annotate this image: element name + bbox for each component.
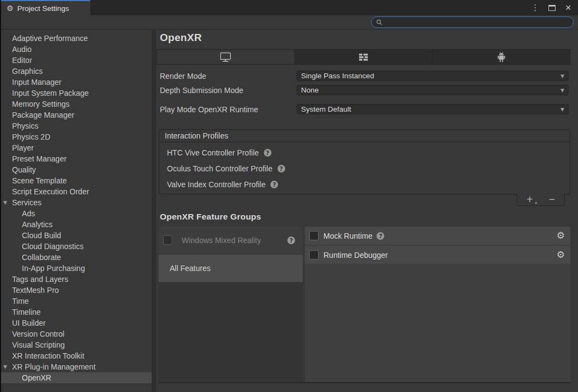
dropdown-value: Single Pass Instanced — [301, 72, 374, 80]
sidebar-item-editor[interactable]: ▼ Editor — [0, 55, 152, 66]
titlebar: ⚙ Project Settings ⋮ ✕ — [0, 0, 578, 15]
maximize-icon[interactable] — [548, 5, 556, 11]
render-mode-dropdown[interactable]: Single Pass Instanced ▼ — [297, 71, 569, 81]
search-input[interactable] — [386, 19, 569, 26]
sidebar-item-label: Physics — [12, 122, 38, 130]
sidebar-item-label: Timeline — [12, 308, 41, 316]
dropdown-arrow-icon: ▼ — [560, 107, 564, 112]
help-icon[interactable]: ? — [287, 237, 295, 244]
remove-profile-button[interactable]: − — [548, 195, 556, 204]
sidebar-item-visual-scripting[interactable]: ▼ Visual Scripting — [0, 339, 152, 350]
sidebar-item-cloud-diagnostics[interactable]: ▼ Cloud Diagnostics — [0, 241, 152, 252]
sidebar-item-script-execution-order[interactable]: ▼ Script Execution Order — [0, 186, 152, 197]
interaction-profile-htc-vive-controller-profile[interactable]: HTC Vive Controller Profile ? — [167, 148, 570, 158]
sidebar-item-label: Tags and Layers — [12, 275, 68, 284]
dropdown-value: System Default — [301, 105, 351, 113]
feature-group-label: Windows Mixed Reality — [182, 236, 261, 245]
close-icon[interactable]: ✕ — [565, 4, 571, 11]
feature-settings-gear-icon[interactable]: ⚙ — [557, 250, 565, 260]
sidebar-item-input-system-package[interactable]: ▼ Input System Package — [0, 88, 152, 99]
sidebar-item-physics[interactable]: ▼ Physics — [0, 120, 152, 131]
sidebar-item-label: OpenXR — [22, 373, 51, 382]
help-icon[interactable]: ? — [278, 165, 285, 172]
sidebar-item-services[interactable]: ▼ Services — [0, 197, 152, 208]
feature-list: Mock Runtime ? ⚙ Runtime Debugger ⚙ — [305, 227, 570, 382]
platform-tab-bar — [157, 49, 570, 65]
add-profile-button[interactable]: + ▾ — [526, 195, 533, 204]
depth-submission-mode-dropdown[interactable]: None ▼ — [297, 85, 569, 95]
sidebar-item-audio[interactable]: ▼ Audio — [0, 44, 152, 55]
sidebar-item-label: XR Plug-in Management — [12, 362, 96, 371]
sidebar-item-input-manager[interactable]: ▼ Input Manager — [0, 77, 152, 88]
help-icon[interactable]: ? — [377, 232, 384, 240]
sidebar-item-textmesh-pro[interactable]: ▼ TextMesh Pro — [0, 285, 152, 296]
dropdown-value: None — [301, 86, 319, 94]
sidebar-item-openxr[interactable]: ▼ OpenXR — [0, 372, 152, 383]
profile-label: Oculus Touch Controller Profile — [167, 164, 273, 173]
standalone-settings-icon — [357, 52, 369, 62]
sidebar-item-label: Package Manager — [12, 111, 74, 119]
sidebar-item-label: Adaptive Performance — [12, 34, 88, 43]
platform-tab-desktop[interactable] — [157, 50, 295, 64]
window-controls: ⋮ ✕ — [531, 0, 571, 15]
help-icon[interactable]: ? — [264, 149, 271, 157]
sidebar-item-quality[interactable]: ▼ Quality — [0, 164, 152, 175]
search-field[interactable] — [371, 16, 574, 28]
sidebar-item-label: Quality — [12, 165, 36, 174]
feature-group-windows-mixed-reality[interactable]: Windows Mixed Reality ? — [159, 227, 303, 253]
window-tab-title: Project Settings — [18, 4, 70, 13]
sidebar-item-label: Player — [12, 143, 34, 152]
help-icon[interactable]: ? — [270, 181, 278, 188]
sidebar-item-label: Memory Settings — [12, 100, 70, 108]
foldout-expanded-icon[interactable]: ▼ — [3, 361, 7, 372]
menu-icon[interactable]: ⋮ — [531, 4, 539, 12]
feature-mock-runtime: Mock Runtime ? ⚙ — [305, 227, 570, 245]
sidebar-item-player[interactable]: ▼ Player — [0, 142, 152, 153]
profile-label: HTC Vive Controller Profile — [167, 148, 259, 157]
sidebar-item-adaptive-performance[interactable]: ▼ Adaptive Performance — [0, 33, 152, 44]
sidebar-item-graphics[interactable]: ▼ Graphics — [0, 66, 152, 77]
interaction-profiles-header: Interaction Profiles — [159, 130, 570, 142]
settings-sidebar: ▼ Adaptive Performance ▼ Audio ▼ Editor … — [0, 30, 152, 392]
feature-group-all-features[interactable]: All Features — [159, 255, 303, 282]
sidebar-item-xr-plug-in-management[interactable]: ▼ XR Plug-in Management — [0, 361, 152, 372]
interaction-profiles-box: Interaction Profiles HTC Vive Controller… — [159, 129, 570, 194]
foldout-expanded-icon[interactable]: ▼ — [3, 197, 7, 208]
platform-tab-standalone-settings[interactable] — [295, 50, 433, 64]
sidebar-item-label: Collaborate — [22, 253, 61, 262]
sidebar-item-cloud-build[interactable]: ▼ Cloud Build — [0, 230, 152, 241]
profile-label: Valve Index Controller Profile — [167, 180, 265, 189]
sidebar-item-label: Preset Manager — [12, 154, 67, 163]
interaction-profile-valve-index-controller-profile[interactable]: Valve Index Controller Profile ? — [167, 180, 570, 189]
project-settings-window-tab[interactable]: ⚙ Project Settings — [1, 0, 90, 15]
sidebar-item-ads[interactable]: ▼ Ads — [0, 208, 152, 219]
sidebar-item-label: Graphics — [12, 67, 43, 76]
sidebar-item-xr-interaction-toolkit[interactable]: ▼ XR Interaction Toolkit — [0, 350, 152, 361]
sidebar-item-label: Version Control — [12, 330, 65, 338]
sidebar-item-label: Cloud Diagnostics — [22, 242, 84, 251]
sidebar-item-version-control[interactable]: ▼ Version Control — [0, 328, 152, 339]
sidebar-item-time[interactable]: ▼ Time — [0, 296, 152, 307]
sidebar-item-analytics[interactable]: ▼ Analytics — [0, 219, 152, 230]
platform-tab-android[interactable] — [432, 50, 570, 64]
sidebar-item-scene-template[interactable]: ▼ Scene Template — [0, 175, 152, 186]
feature-checkbox[interactable] — [309, 231, 319, 240]
interaction-profile-oculus-touch-controller-profile[interactable]: Oculus Touch Controller Profile ? — [167, 164, 570, 174]
sidebar-item-timeline[interactable]: ▼ Timeline — [0, 307, 152, 318]
sidebar-item-memory-settings[interactable]: ▼ Memory Settings — [0, 99, 152, 109]
feature-group-checkbox[interactable] — [163, 235, 172, 245]
desktop-icon — [219, 51, 232, 63]
play-mode-openxr-runtime-dropdown[interactable]: System Default ▼ — [297, 104, 569, 114]
sidebar-item-tags-and-layers[interactable]: ▼ Tags and Layers — [0, 274, 152, 285]
sidebar-item-in-app-purchasing[interactable]: ▼ In-App Purchasing — [0, 263, 152, 274]
sidebar-item-label: Script Execution Order — [12, 187, 89, 196]
feature-checkbox[interactable] — [309, 250, 319, 260]
sidebar-item-package-manager[interactable]: ▼ Package Manager — [0, 109, 152, 120]
sidebar-item-preset-manager[interactable]: ▼ Preset Manager — [0, 153, 152, 164]
sidebar-item-physics-2d[interactable]: ▼ Physics 2D — [0, 131, 152, 142]
sidebar-item-collaborate[interactable]: ▼ Collaborate — [0, 252, 152, 263]
setting-row-render-mode: Render Mode Single Pass Instanced ▼ — [160, 71, 569, 81]
sidebar-item-label: Time — [12, 297, 29, 305]
feature-settings-gear-icon[interactable]: ⚙ — [557, 231, 565, 240]
sidebar-item-ui-builder[interactable]: ▼ UI Builder — [0, 318, 152, 328]
